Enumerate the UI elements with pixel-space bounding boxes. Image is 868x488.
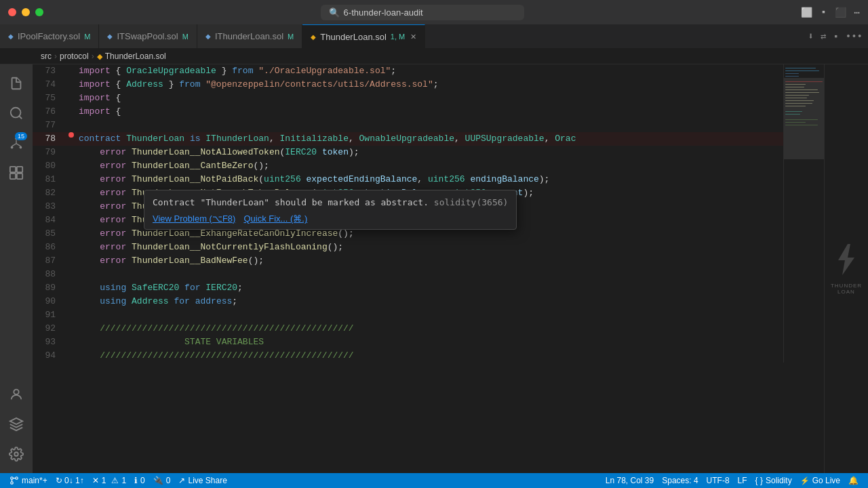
activity-files[interactable] [3,70,30,97]
tooltip-message: Contract "ThunderLoan" should be marked … [153,196,508,209]
thunder-text: THUNDERLOAN [831,283,862,295]
maximize-dot[interactable] [35,8,43,16]
panel-icon[interactable]: ⬛ [835,7,846,18]
svg-rect-11 [17,174,22,179]
tab-label-ithunderloan: IThunderLoan.sol [215,31,283,41]
status-golive[interactable]: ⚡ Go Live [796,473,844,488]
line-num-90: 90 [33,295,66,308]
activity-remote[interactable] [3,411,30,438]
code-line-74: 74 import { Address } from "@openzeppeli… [33,78,824,92]
tab-bar: ◆ IPoolFactory.sol M ◆ ITSwapPool.sol M … [0,24,868,49]
layout-icon[interactable]: ▪️ [821,7,826,18]
breadcrumb-sep1: › [54,52,57,61]
svg-rect-28 [785,111,802,112]
tab-more-icon[interactable]: ••• [846,31,863,42]
breadcrumb-protocol[interactable]: protocol [60,52,89,61]
tab-thunderloan[interactable]: ◆ ThunderLoan.sol 1, M ✕ [302,24,425,48]
line-num-82: 82 [33,186,66,200]
svg-rect-9 [17,167,22,172]
line-content-88 [76,268,824,281]
svg-rect-25 [785,100,814,101]
line-content-91 [76,308,824,322]
layout-editor-icon[interactable]: ▪ [833,31,838,42]
tab-icon-ipoolfactory: ◆ [8,33,14,40]
line-num-85: 85 [33,227,66,241]
title-search-bar[interactable]: 🔍 6-thunder-loan-audit [321,5,524,20]
line-num-75: 75 [33,92,66,105]
breadcrumb-file[interactable]: ThunderLoan.sol [105,52,166,61]
activity-user[interactable] [3,381,30,408]
tab-badge-ipoolfactory: M [84,33,90,41]
line-num-87: 87 [33,254,66,268]
svg-rect-17 [785,76,799,77]
status-branch[interactable]: main*+ [5,473,52,488]
line-num-84: 84 [33,214,66,227]
tab-badge-itswappool: M [182,33,189,41]
tab-itswappool[interactable]: ◆ ITSwapPool.sol M [99,24,197,48]
line-content-94: ////////////////////////////////////////… [76,349,824,363]
editor[interactable]: 73 import { OracleUpgradeable } from "./… [33,64,824,473]
activity-bar: 15 [0,64,33,473]
activity-extensions[interactable] [3,159,30,186]
thunder-logo [833,243,860,283]
line-content-90: using Address for address; [76,295,824,308]
status-language[interactable]: { } Solidity [751,473,796,488]
status-line-ending[interactable]: LF [734,473,751,488]
breadcrumb-src[interactable]: src [41,52,52,61]
more-tabs-icon[interactable]: ⇄ [821,30,826,42]
activity-settings[interactable] [3,441,30,468]
svg-rect-10 [10,174,16,179]
line-content-87: error ThunderLoan__BadNewFee(); [76,254,824,268]
status-spaces[interactable]: Spaces: 4 [658,473,702,488]
liveshare-label: Live Share [188,476,226,485]
svg-rect-30 [785,119,818,120]
tab-ithunderloan[interactable]: ◆ IThunderLoan.sol M [197,24,302,48]
status-info[interactable]: ℹ 0 [130,473,149,488]
line-content-92: ////////////////////////////////////////… [76,322,824,336]
svg-rect-15 [785,70,819,71]
status-position[interactable]: Ln 78, Col 39 [601,473,658,488]
quick-fix-action[interactable]: Quick Fix... (⌘.) [243,214,307,224]
status-bar: main*+ ↻ 0↓ 1↑ ✕ 1 ⚠ 1 ℹ 0 🔌 0 ↗ Live Sh… [0,473,868,488]
close-dot[interactable] [8,8,16,16]
svg-rect-24 [785,98,807,98]
status-encoding[interactable]: UTF-8 [703,473,734,488]
tab-badge-ithunderloan: M [288,33,294,41]
language-label: Solidity [766,476,792,485]
view-problem-action[interactable]: View Problem (⌥F8) [153,214,235,224]
line-num-88: 88 [33,268,66,281]
svg-rect-27 [785,106,806,106]
svg-point-36 [16,477,18,480]
tab-close-thunderloan[interactable]: ✕ [410,33,416,41]
line-num-76: 76 [33,105,66,119]
activity-search[interactable] [3,100,30,127]
svg-point-0 [11,108,21,118]
minimap[interactable] [783,64,824,363]
activity-git[interactable]: 15 [3,129,30,157]
split-down-icon[interactable]: ⬇ [808,30,814,42]
tab-ipoolfactory[interactable]: ◆ IPoolFactory.sol M [0,24,99,48]
code-line-75: 75 import { [33,92,824,105]
tab-icon-thunderloan: ◆ [311,33,316,41]
branch-name: main*+ [22,476,47,485]
status-port[interactable]: 🔌 0 [149,473,175,488]
status-liveshare[interactable]: ↗ Live Share [174,473,231,488]
svg-rect-26 [785,103,812,104]
right-panel: THUNDERLOAN [824,64,868,473]
svg-rect-18 [785,81,823,82]
tab-icon-ithunderloan: ◆ [205,33,211,40]
more-icon[interactable]: ⋯ [854,7,860,18]
status-sync[interactable]: ↻ 0↓ 1↑ [52,473,88,488]
split-editor-icon[interactable]: ⬜ [801,7,812,18]
line-content-73: import { OracleUpgradeable } from "./Ora… [76,64,824,78]
minimize-dot[interactable] [22,8,30,16]
status-errors[interactable]: ✕ 1 ⚠ 1 [88,473,130,488]
status-notification[interactable]: 🔔 [844,473,863,488]
error-indicator-78 [68,132,74,138]
code-area[interactable]: 73 import { OracleUpgradeable } from "./… [33,64,824,473]
line-num-92: 92 [33,322,66,336]
line-content-80: error ThunderLoan__CantBeZero(); [76,159,824,173]
line-num-79: 79 [33,146,66,159]
svg-marker-33 [838,244,854,275]
sync-status: ↻ 0↓ 1↑ [56,476,84,485]
